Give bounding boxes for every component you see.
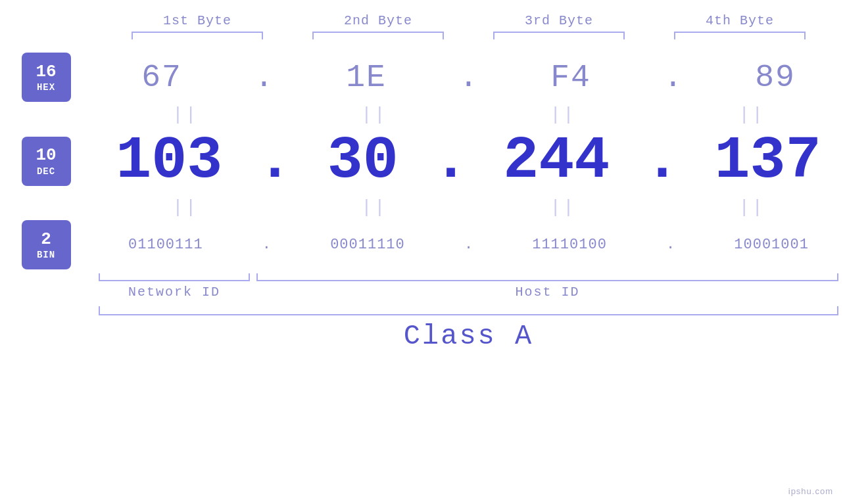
top-brackets	[107, 32, 831, 39]
dot-bin-3: .	[666, 237, 675, 253]
dot-dec-1: .	[257, 127, 293, 195]
equals-7: ||	[491, 197, 635, 218]
hex-badge-num: 16	[36, 62, 56, 82]
equals-6: ||	[302, 197, 447, 218]
hex-badge: 16 HEX	[22, 53, 71, 102]
class-label: Class A	[99, 321, 838, 352]
dec-badge-num: 10	[36, 145, 56, 166]
byte-header-4: 4th Byte	[667, 13, 812, 28]
dec-badge: 10 DEC	[22, 137, 71, 186]
byte-header-3: 3rd Byte	[487, 13, 631, 28]
equals-4: ||	[679, 104, 824, 125]
dot-hex-1: .	[254, 60, 274, 95]
host-id-label: Host ID	[256, 285, 838, 300]
top-bracket-2	[312, 32, 444, 39]
dec-val-1: 103	[116, 131, 222, 191]
dot-dec-3: .	[644, 127, 680, 195]
dot-dec-2: .	[433, 127, 468, 195]
dot-hex-3: .	[664, 60, 683, 95]
top-bracket-1	[132, 32, 263, 39]
network-bracket	[99, 273, 250, 281]
equals-1: ||	[113, 104, 258, 125]
equals-3: ||	[491, 104, 635, 125]
hex-val-4: 89	[755, 60, 796, 95]
main-container: 1st Byte 2nd Byte 3rd Byte 4th Byte 16 H…	[0, 0, 845, 504]
dot-hex-2: .	[459, 60, 478, 95]
dec-val-3: 244	[503, 131, 610, 191]
hex-val-3: F4	[550, 60, 591, 95]
equals-8: ||	[679, 197, 824, 218]
dot-bin-2: .	[464, 237, 473, 253]
top-bracket-3	[493, 32, 625, 39]
hex-val-1: 67	[141, 60, 182, 95]
network-id-label: Network ID	[99, 285, 250, 300]
byte-header-2: 2nd Byte	[306, 13, 450, 28]
top-bracket-4	[674, 32, 806, 39]
dec-val-4: 137	[715, 131, 821, 191]
bin-val-4: 10001001	[734, 237, 809, 253]
equals-5: ||	[113, 197, 258, 218]
bin-val-3: 11110100	[532, 237, 607, 253]
dec-val-2: 30	[327, 131, 398, 191]
bin-val-1: 01100111	[128, 237, 203, 253]
bin-val-2: 00011110	[330, 237, 405, 253]
bin-badge-label: BIN	[37, 250, 55, 260]
dot-bin-1: .	[262, 237, 271, 253]
hex-val-2: 1E	[346, 60, 387, 95]
dec-badge-label: DEC	[37, 166, 55, 177]
byte-headers: 1st Byte 2nd Byte 3rd Byte 4th Byte	[107, 13, 831, 28]
bin-badge-num: 2	[41, 229, 51, 250]
hex-badge-label: HEX	[37, 82, 55, 93]
full-bracket	[99, 306, 838, 315]
host-bracket	[256, 273, 838, 281]
watermark: ipshu.com	[788, 486, 833, 496]
equals-2: ||	[302, 104, 447, 125]
bin-badge: 2 BIN	[22, 220, 71, 269]
byte-header-1: 1st Byte	[125, 13, 270, 28]
